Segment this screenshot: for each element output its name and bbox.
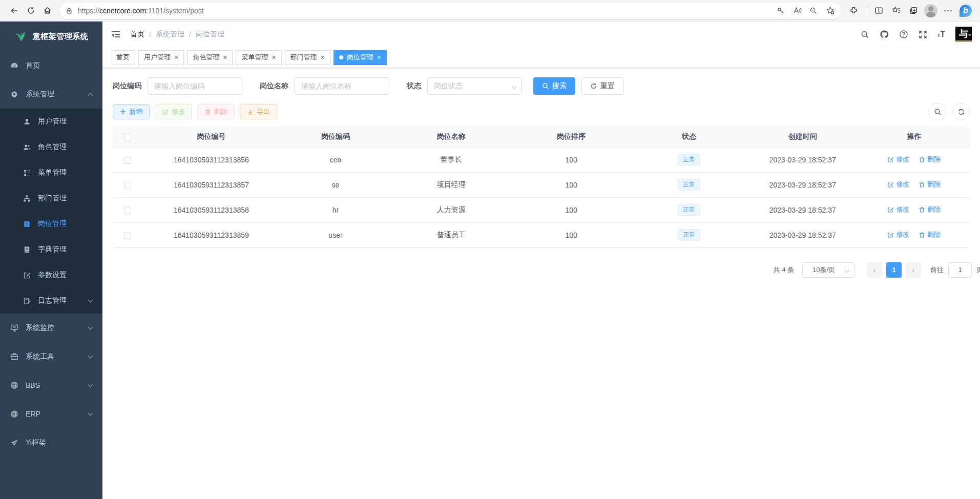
back-icon[interactable] (6, 3, 23, 19)
collections-icon[interactable] (905, 3, 922, 19)
tab-menu-management[interactable]: 菜单管理× (236, 50, 281, 65)
tab-user-management[interactable]: 用户管理× (138, 50, 184, 65)
close-icon[interactable]: × (223, 54, 227, 61)
page-size-select[interactable]: 10条/页 (802, 262, 854, 278)
tab-label: 角色管理 (193, 53, 219, 62)
tab-label: 菜单管理 (241, 53, 268, 62)
row-checkbox[interactable] (124, 157, 131, 164)
col-post-sort: 岗位排序 (511, 127, 631, 147)
url-bar[interactable]: https://ccnetcore.com:1101/system/post (59, 3, 841, 19)
row-edit-link[interactable]: 修改 (887, 230, 909, 239)
sidebar-item-dept-management[interactable]: 部门管理 (0, 185, 102, 211)
edit-button[interactable]: 修改 (155, 104, 192, 119)
profile-avatar[interactable] (923, 3, 939, 19)
close-icon[interactable]: × (174, 54, 178, 61)
post-code-input[interactable] (148, 77, 242, 95)
bing-chat-icon[interactable]: b (957, 3, 974, 19)
search-button[interactable]: 搜索 (533, 77, 575, 95)
row-delete-link[interactable]: 删除 (919, 230, 941, 239)
delete-button[interactable]: 删除 (197, 104, 235, 119)
favorites-icon[interactable] (888, 3, 904, 19)
app-logo[interactable]: 意框架管理系统 (0, 22, 102, 51)
system-management-submenu: 用户管理 角色管理 菜单管理 (0, 109, 102, 314)
refresh-icon[interactable] (23, 3, 39, 19)
sidebar-item-system-management[interactable]: 系统管理 (0, 80, 102, 109)
next-page-button[interactable]: › (906, 262, 921, 278)
sidebar-item-label: 参数设置 (38, 271, 67, 280)
chevron-down-icon (512, 84, 517, 89)
row-delete-link[interactable]: 删除 (919, 180, 941, 189)
font-size-icon[interactable]: тT (937, 30, 945, 39)
home-icon[interactable] (39, 3, 55, 19)
refresh-table-button[interactable] (952, 103, 970, 120)
post-name-label: 岗位名称 (260, 81, 288, 91)
edit-icon (162, 109, 169, 115)
sidebar-item-system-tools[interactable]: 系统工具 (0, 342, 102, 371)
row-edit-link[interactable]: 修改 (887, 205, 909, 214)
close-icon[interactable]: × (272, 54, 276, 61)
lock-icon[interactable] (66, 7, 73, 14)
toggle-search-button[interactable] (929, 103, 946, 120)
prev-page-button[interactable]: ‹ (867, 262, 882, 278)
breadcrumb-item[interactable]: 系统管理 (156, 30, 184, 39)
status-select[interactable]: 岗位状态 (427, 77, 522, 95)
select-all-checkbox[interactable] (124, 134, 131, 141)
read-aloud-icon[interactable] (789, 3, 805, 19)
cell-post-code: se (280, 172, 391, 197)
tab-home[interactable]: 首页 (111, 50, 135, 65)
tab-label: 用户管理 (144, 53, 171, 62)
tab-role-management[interactable]: 角色管理× (187, 50, 233, 65)
fullscreen-icon[interactable] (919, 30, 927, 39)
table-row: 1641030593112313858 hr 人力资源 100 正常 2023-… (113, 197, 970, 222)
sidebar-item-home[interactable]: 首页 (0, 51, 102, 80)
reset-button[interactable]: 重置 (581, 77, 623, 95)
breadcrumb-item[interactable]: 首页 (130, 30, 144, 39)
cell-post-sort: 100 (511, 197, 631, 222)
row-checkbox[interactable] (124, 182, 131, 189)
post-table: 岗位编号 岗位编码 岗位名称 岗位排序 状态 创建时间 操作 16410305 (113, 127, 970, 248)
sidebar-item-role-management[interactable]: 角色管理 (0, 134, 102, 160)
sidebar-item-label: Yi框架 (26, 438, 46, 447)
sidebar-item-log-management[interactable]: 日志管理 (0, 288, 102, 314)
tab-dept-management[interactable]: 部门管理× (285, 50, 330, 65)
sidebar-item-param-settings[interactable]: 参数设置 (0, 262, 102, 288)
github-icon[interactable] (880, 30, 889, 39)
row-delete-link[interactable]: 删除 (919, 205, 941, 214)
export-button[interactable]: 导出 (240, 104, 277, 119)
help-icon[interactable] (899, 30, 908, 39)
cell-post-sort: 100 (511, 147, 631, 172)
row-edit-link[interactable]: 修改 (887, 155, 909, 164)
url-text[interactable]: https://ccnetcore.com:1101/system/post (78, 7, 773, 15)
page-number-button[interactable]: 1 (886, 262, 902, 278)
extensions-icon[interactable] (845, 3, 862, 19)
close-icon[interactable]: × (321, 54, 325, 61)
row-checkbox[interactable] (124, 232, 131, 239)
tags-bar: 首页 用户管理× 角色管理× 菜单管理× 部门管理× 岗位管理× (102, 47, 980, 68)
post-name-input[interactable] (295, 77, 389, 95)
add-button[interactable]: 新增 (113, 104, 150, 119)
sidebar-item-user-management[interactable]: 用户管理 (0, 109, 102, 134)
password-key-icon[interactable] (773, 3, 789, 19)
toolbox-icon (10, 352, 18, 361)
sidebar-item-post-management[interactable]: 岗位管理 (0, 211, 102, 237)
browser-menu-icon[interactable]: ⋯ (940, 3, 956, 19)
row-edit-link[interactable]: 修改 (887, 180, 909, 189)
row-delete-link[interactable]: 删除 (919, 155, 941, 164)
sidebar-collapse-icon[interactable] (111, 29, 121, 39)
tab-post-management[interactable]: 岗位管理× (333, 50, 387, 65)
sidebar-item-system-monitor[interactable]: 系统监控 (0, 314, 102, 342)
zoom-out-icon[interactable] (805, 3, 822, 19)
sidebar-item-bbs[interactable]: BBS (0, 371, 102, 400)
sidebar-item-yi-framework[interactable]: Yi框架 (0, 428, 102, 457)
avatar-caret-icon[interactable] (968, 34, 972, 36)
logo-plant-icon (14, 30, 28, 43)
goto-page-input[interactable] (948, 262, 972, 278)
sidebar-item-menu-management[interactable]: 菜单管理 (0, 160, 102, 185)
sidebar-item-erp[interactable]: ERP (0, 400, 102, 428)
sidebar-item-dict-management[interactable]: 字典管理 (0, 237, 102, 262)
split-screen-icon[interactable] (870, 3, 887, 19)
close-icon[interactable]: × (377, 54, 381, 61)
header-search-icon[interactable] (861, 30, 869, 39)
favorite-add-icon[interactable] (822, 3, 838, 19)
row-checkbox[interactable] (124, 207, 131, 214)
